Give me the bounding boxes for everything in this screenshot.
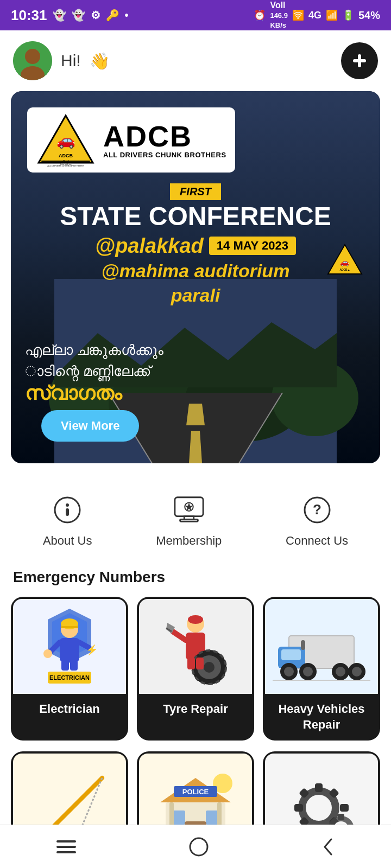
- help-circle-icon: ?: [303, 496, 331, 524]
- malayalam-line1: എല്ലാ ചങ്കുകൾക്കും: [25, 340, 380, 361]
- svg-text:⚡: ⚡: [86, 644, 98, 656]
- palakkad-row: @palakkad 14 MAY 2023: [27, 234, 364, 258]
- svg-point-71: [303, 667, 313, 676]
- svg-rect-103: [315, 783, 323, 792]
- add-button[interactable]: [341, 42, 378, 79]
- svg-point-51: [188, 615, 203, 624]
- heavy-vehicles-label: Heavy Vehicles Repair: [263, 694, 380, 740]
- status-bar: 10:31 👻 👻 ⚙ 🔑 • ⏰ Voll146.9KB/s 🛜 4G 📶 🔋…: [0, 0, 391, 30]
- quick-link-about-us[interactable]: About Us: [43, 493, 92, 548]
- svg-text:?: ?: [313, 501, 321, 518]
- electrician-card[interactable]: ⚡ ELECTRICIAN Electrician: [11, 597, 128, 740]
- back-chevron-icon: [321, 837, 335, 857]
- svg-rect-106: [340, 804, 349, 812]
- date-badge: 14 MAY 2023: [209, 237, 296, 255]
- adcb-corner-logo: 🚗 ADCB▲: [326, 243, 364, 277]
- svg-rect-66: [281, 649, 301, 660]
- ghost-icon: 👻: [72, 9, 85, 22]
- svg-text:ALL DRIVERS CHUNK BROTHERS®: ALL DRIVERS CHUNK BROTHERS®: [47, 164, 84, 167]
- svg-text:🚗: 🚗: [340, 258, 350, 267]
- info-circle-icon: [53, 496, 81, 524]
- palakkad-text: @palakkad: [95, 234, 204, 258]
- svg-point-75: [352, 667, 362, 676]
- membership-card-icon: [173, 495, 205, 525]
- battery-icon: 🔋: [342, 9, 354, 21]
- venue-line1: @mahima auditorium: [27, 260, 364, 282]
- status-time: 10:31: [11, 7, 47, 24]
- svg-point-58: [204, 662, 215, 673]
- wifi-icon: 🛜: [292, 9, 304, 21]
- app-header: Hi! 👋: [0, 30, 391, 91]
- membership-icon: [172, 493, 206, 527]
- banner-card: 🚗 ADCB Alive! Join with us ALL DRIVERS C…: [11, 91, 380, 463]
- about-us-label: About Us: [43, 534, 92, 548]
- emergency-section-title: Emergency Numbers: [0, 564, 391, 597]
- svg-rect-117: [56, 840, 76, 843]
- greeting-text: Hi!: [61, 52, 81, 70]
- svg-rect-118: [56, 846, 76, 848]
- battery-percent: 54%: [358, 9, 380, 22]
- home-circle-icon: [189, 837, 209, 857]
- conference-headline: FIRST STATE CONFERENCE @palakkad 14 MAY …: [27, 183, 364, 306]
- banner-bottom: എല്ലാ ചങ്കുകൾക്കും ാടിന്റെ മണ്ണിലേക്ക് സ…: [11, 311, 380, 463]
- svg-text:🚗: 🚗: [56, 131, 75, 149]
- banner-content: 🚗 ADCB Alive! Join with us ALL DRIVERS C…: [11, 91, 380, 306]
- venue-line2: parali: [27, 284, 364, 307]
- tyre-repair-illustration: [157, 603, 234, 690]
- svg-rect-31: [180, 520, 198, 522]
- svg-point-27: [66, 503, 69, 507]
- plus-icon: [351, 52, 368, 69]
- svg-rect-60: [187, 658, 195, 669]
- view-more-button[interactable]: View More: [41, 410, 139, 442]
- svg-text:ELECTRICIAN: ELECTRICIAN: [49, 674, 90, 681]
- quick-link-membership[interactable]: Membership: [156, 493, 222, 548]
- connect-us-icon: ?: [300, 493, 335, 527]
- heavy-vehicles-card[interactable]: Heavy Vehicles Repair: [263, 597, 380, 740]
- signal-bars-icon: 📶: [326, 9, 338, 21]
- svg-point-73: [336, 667, 345, 676]
- svg-rect-4: [353, 59, 366, 62]
- tyre-repair-image: [139, 599, 252, 694]
- back-button[interactable]: [305, 832, 351, 862]
- tyre-repair-card[interactable]: Tyre Repair: [137, 597, 254, 740]
- malayalam-line2: ാടിന്റെ മണ്ണിലേക്ക്: [25, 361, 380, 382]
- hamburger-icon: [56, 839, 76, 854]
- svg-rect-47: [70, 660, 78, 671]
- adcb-triangle-logo: 🚗 ADCB Alive! Join with us ALL DRIVERS C…: [36, 113, 96, 167]
- logo-container: 🚗 ADCB Alive! Join with us ALL DRIVERS C…: [27, 107, 235, 173]
- svg-point-43: [43, 649, 52, 658]
- quick-link-connect-us[interactable]: ? Connect Us: [286, 493, 348, 548]
- settings-icon: ⚙: [91, 9, 100, 22]
- emergency-section: Emergency Numbers: [0, 564, 391, 868]
- adcb-subtitle: ALL DRIVERS CHUNK BROTHERS: [103, 151, 226, 159]
- svg-rect-21: [41, 161, 90, 162]
- electrician-illustration: ⚡ ELECTRICIAN: [31, 603, 108, 690]
- first-badge: FIRST: [170, 183, 221, 200]
- svg-text:ADCB: ADCB: [59, 153, 73, 158]
- tyre-repair-label: Tyre Repair: [137, 694, 254, 725]
- dot-icon: •: [125, 9, 129, 22]
- svg-rect-105: [294, 804, 303, 812]
- heavy-vehicle-illustration: [273, 603, 370, 690]
- svg-rect-46: [61, 660, 69, 671]
- connect-us-label: Connect Us: [286, 534, 348, 548]
- heavy-vehicles-image: [265, 599, 378, 694]
- svg-rect-28: [66, 508, 69, 516]
- svg-rect-41: [60, 638, 79, 662]
- svg-point-120: [190, 838, 207, 856]
- electrician-label: Electrician: [11, 694, 128, 725]
- wave-emoji: 👋: [90, 52, 110, 71]
- svg-point-69: [284, 667, 294, 676]
- avatar-svg: [13, 41, 52, 80]
- emergency-grid: ⚡ ELECTRICIAN Electrician: [0, 597, 391, 740]
- svg-rect-113: [338, 814, 344, 820]
- home-button[interactable]: [173, 832, 225, 862]
- svg-rect-61: [196, 658, 204, 669]
- adcb-big-text: ADCB: [103, 122, 226, 151]
- malayalam-text: എല്ലാ ചങ്കുകൾക്കും ാടിന്റെ മണ്ണിലേക്ക് സ…: [11, 340, 380, 410]
- malayalam-line3: സ്വാഗതം: [25, 382, 380, 405]
- svg-text:ADCB▲: ADCB▲: [339, 269, 350, 271]
- about-us-icon: [50, 493, 85, 527]
- menu-button[interactable]: [40, 834, 92, 860]
- svg-point-102: [306, 795, 332, 821]
